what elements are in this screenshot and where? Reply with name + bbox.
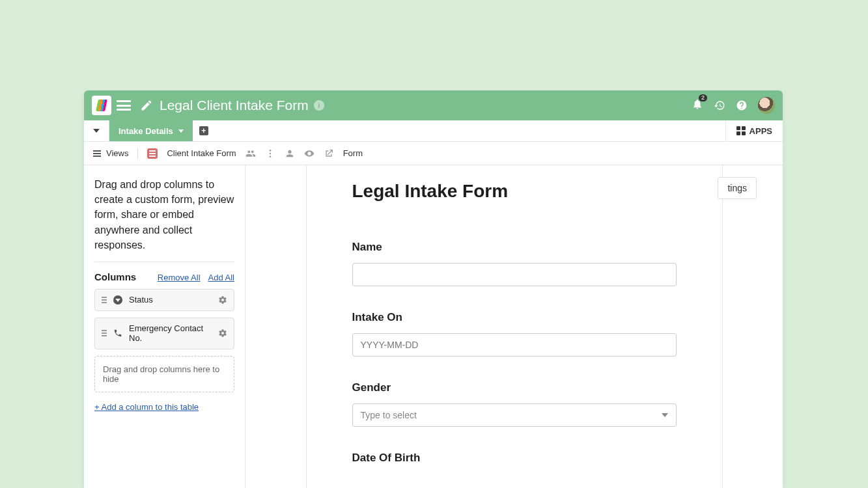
- app-header: Legal Client Intake Form i 2: [84, 90, 783, 120]
- tab-label: Intake Details: [119, 126, 173, 136]
- dropdown-type-icon: [113, 295, 122, 305]
- info-icon[interactable]: i: [314, 100, 324, 111]
- gear-icon[interactable]: [218, 329, 227, 338]
- remove-all-link[interactable]: Remove All: [158, 273, 201, 282]
- apps-button[interactable]: APPS: [725, 120, 783, 141]
- gear-icon[interactable]: [218, 295, 227, 305]
- column-card-emergency-contact[interactable]: Emergency Contact No.: [94, 318, 234, 349]
- apps-icon: [736, 126, 746, 135]
- field-intake-on: Intake On: [352, 311, 677, 357]
- field-label: Gender: [352, 381, 677, 394]
- select-placeholder: Type to select: [361, 410, 417, 420]
- menu-icon[interactable]: [117, 100, 131, 111]
- sidebar-help-text: Drag and drop columns to create a custom…: [94, 177, 234, 252]
- app-window: Legal Client Intake Form i 2 Intake Deta…: [84, 90, 783, 488]
- column-label: Emergency Contact No.: [129, 323, 212, 344]
- collaborators-icon[interactable]: [285, 148, 295, 159]
- expand-sidebar-button[interactable]: [84, 120, 109, 141]
- views-button[interactable]: Views: [93, 148, 128, 158]
- share-users-icon[interactable]: [245, 148, 256, 159]
- columns-heading: Columns: [94, 271, 136, 282]
- intake-on-input[interactable]: [352, 333, 677, 357]
- tab-bar: Intake Details + APPS: [84, 120, 783, 142]
- mode-label: Form: [343, 148, 363, 158]
- drag-handle-icon: [102, 297, 107, 303]
- field-label: Date Of Birth: [352, 452, 677, 465]
- tab-intake-details[interactable]: Intake Details: [109, 120, 193, 141]
- gender-select[interactable]: Type to select: [352, 403, 677, 427]
- add-all-link[interactable]: Add All: [208, 273, 234, 282]
- export-icon[interactable]: [324, 148, 334, 159]
- page-title: Legal Client Intake Form: [160, 98, 309, 113]
- visibility-icon[interactable]: [304, 148, 315, 159]
- svg-point-1: [269, 152, 271, 154]
- views-label: Views: [106, 148, 128, 158]
- divider: [94, 262, 234, 262]
- help-icon[interactable]: [736, 100, 748, 111]
- view-toolbar: Views Client Intake Form Form: [84, 142, 783, 165]
- apps-label: APPS: [749, 126, 772, 136]
- form-title: Legal Intake Form: [352, 181, 677, 202]
- hide-columns-dropzone[interactable]: Drag and drop columns here to hide: [94, 356, 234, 392]
- view-name[interactable]: Client Intake Form: [167, 148, 236, 158]
- svg-point-2: [269, 156, 271, 157]
- history-icon[interactable]: [714, 100, 725, 111]
- phone-icon: [113, 329, 122, 338]
- form-panel: Legal Intake Form Name Intake On Gender …: [306, 165, 723, 488]
- more-icon[interactable]: [265, 148, 275, 159]
- field-gender: Gender Type to select: [352, 381, 677, 427]
- notification-badge: 2: [699, 94, 707, 102]
- divider: [137, 148, 138, 159]
- user-avatar[interactable]: [758, 97, 775, 114]
- column-label: Status: [129, 295, 212, 305]
- add-column-link[interactable]: + Add a column to this table: [94, 402, 199, 412]
- field-label: Name: [352, 241, 677, 254]
- list-icon: [93, 150, 101, 157]
- chevron-down-icon: [93, 129, 100, 133]
- app-logo[interactable]: [92, 96, 111, 115]
- name-input[interactable]: [352, 263, 677, 286]
- field-name: Name: [352, 241, 677, 286]
- plus-icon: +: [199, 126, 208, 135]
- edit-icon[interactable]: [140, 99, 153, 112]
- form-view-icon: [147, 148, 158, 159]
- form-settings-button[interactable]: tings: [718, 177, 757, 199]
- form-preview-wrap: tings Legal Intake Form Name Intake On G…: [245, 165, 783, 488]
- main-area: Drag and drop columns to create a custom…: [84, 165, 783, 488]
- chevron-down-icon: [662, 413, 668, 417]
- field-dob: Date Of Birth: [352, 452, 677, 465]
- svg-point-0: [269, 150, 271, 152]
- form-builder-sidebar: Drag and drop columns to create a custom…: [84, 165, 245, 488]
- tab-menu-icon: [178, 129, 184, 133]
- drag-handle-icon: [102, 330, 107, 336]
- notifications-button[interactable]: 2: [692, 98, 703, 113]
- add-tab-button[interactable]: +: [193, 120, 215, 141]
- field-label: Intake On: [352, 311, 677, 324]
- column-card-status[interactable]: Status: [94, 289, 234, 311]
